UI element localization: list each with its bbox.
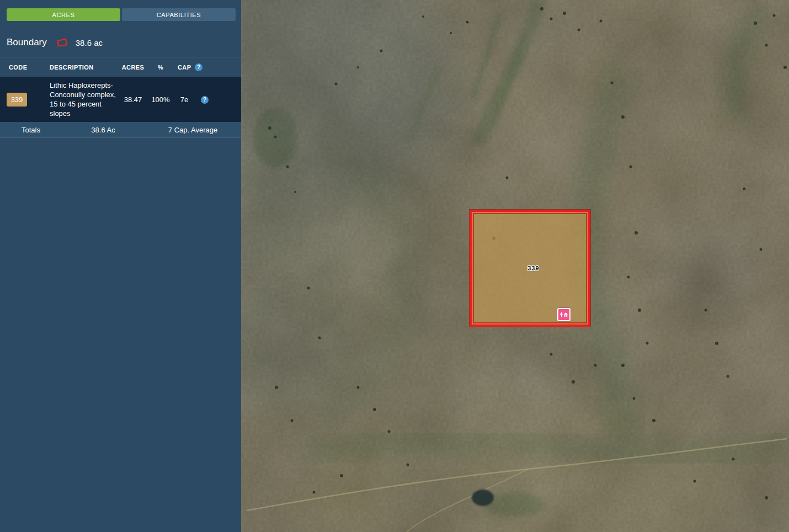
col-header-acres: ACRES	[119, 64, 147, 71]
soil-description: Lithic Haploxerepts-Conconully complex, …	[41, 77, 119, 122]
col-header-description: DESCRIPTION	[41, 64, 119, 71]
parcel-code-label: 339	[527, 265, 539, 272]
totals-acres: 38.6 Ac	[62, 126, 145, 134]
polygon-icon	[55, 37, 68, 48]
col-header-code: CODE	[0, 64, 41, 71]
soil-help-icon[interactable]: ?	[201, 96, 209, 104]
col-header-cap: CAP ?	[174, 63, 241, 71]
soil-cap: 7e	[174, 95, 194, 104]
soil-help-cell: ?	[194, 95, 241, 104]
totals-row: Totals 38.6 Ac 7 Cap. Average	[0, 122, 241, 138]
cap-header-label: CAP	[178, 64, 191, 71]
soil-code-cell: 339	[0, 93, 41, 107]
homestead-marker-icon[interactable]	[557, 308, 571, 321]
tab-capabilities[interactable]: CAPABILITIES	[122, 8, 236, 21]
soil-code-badge: 339	[7, 93, 27, 107]
boundary-area: 38.6 ac	[76, 38, 103, 47]
tab-bar: ACRES CAPABILITIES	[7, 8, 236, 21]
soil-percent: 100%	[147, 95, 174, 104]
totals-label: Totals	[0, 126, 62, 134]
boundary-label: Boundary	[7, 37, 47, 48]
cap-help-icon[interactable]: ?	[195, 63, 202, 71]
table-header: CODE DESCRIPTION ACRES % CAP ?	[0, 57, 241, 77]
tree-house-glyph	[559, 311, 568, 318]
totals-cap-average: 7 Cap. Average	[145, 126, 241, 134]
soil-acres: 38.47	[119, 95, 147, 104]
parcel-boundary[interactable]: 339	[470, 210, 590, 327]
map[interactable]: 339	[241, 0, 789, 532]
soil-table-row[interactable]: 339 Lithic Haploxerepts-Conconully compl…	[0, 77, 241, 122]
boundary-summary: Boundary 38.6 ac	[7, 34, 241, 51]
col-header-percent: %	[147, 64, 174, 71]
tab-acres[interactable]: ACRES	[7, 8, 120, 21]
sidebar: ACRES CAPABILITIES Boundary 38.6 ac CODE…	[0, 0, 241, 532]
